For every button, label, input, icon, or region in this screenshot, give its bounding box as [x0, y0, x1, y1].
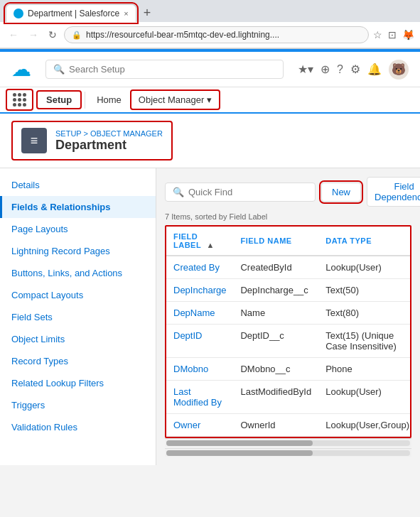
field-name-cell: DeptID__c: [233, 325, 318, 358]
app-launcher-button[interactable]: [6, 89, 33, 111]
active-tab[interactable]: Department | Salesforce ×: [6, 4, 136, 22]
field-label-cell[interactable]: DMobno: [166, 358, 233, 381]
search-icon: 🔍: [53, 64, 65, 75]
tab-close-button[interactable]: ×: [124, 9, 128, 18]
field-label-cell[interactable]: Last Modified By: [166, 381, 233, 414]
field-name-cell: DepIncharge__c: [233, 279, 318, 302]
field-name-cell: LastModifiedById: [233, 381, 318, 414]
field-name-cell: Name: [233, 302, 318, 325]
nav-divider: [85, 92, 85, 109]
data-type-cell: Lookup(User): [318, 381, 411, 414]
col-data-type[interactable]: DATA TYPE: [318, 227, 411, 256]
sidebar-item-buttons-links-actions[interactable]: Buttons, Links, and Actions: [0, 262, 156, 284]
col-field-name[interactable]: FIELD NAME: [233, 227, 318, 256]
sidebar: Details Fields & Relationships Page Layo…: [0, 168, 156, 465]
table-row: Owner OwnerId Lookup(User,Group): [166, 414, 411, 437]
breadcrumb-setup: SETUP: [55, 129, 81, 138]
data-type-cell: Text(80): [318, 302, 411, 325]
extension-icon[interactable]: 🦊: [402, 29, 414, 40]
bell-icon[interactable]: 🔔: [367, 62, 382, 76]
quick-find-input[interactable]: [188, 187, 308, 197]
quick-find-icon: 🔍: [173, 187, 184, 197]
field-label-cell[interactable]: DepName: [166, 302, 233, 325]
sidebar-item-fields-relationships[interactable]: Fields & Relationships: [0, 196, 156, 218]
quick-find-container: 🔍: [165, 183, 316, 202]
main-content: 🔍 New Field Dependencies 7 Items, sorted…: [156, 168, 420, 465]
object-manager-nav-item[interactable]: Object Manager ▾: [130, 89, 221, 110]
forward-button[interactable]: →: [26, 28, 41, 42]
object-manager-label: Object Manager: [139, 94, 205, 105]
new-button[interactable]: New: [321, 183, 361, 202]
field-label-cell[interactable]: DepIncharge: [166, 279, 233, 302]
col-field-label[interactable]: FIELD LABEL ▲: [166, 227, 233, 256]
layers-icon: ≡: [31, 134, 38, 148]
sidebar-item-record-types[interactable]: Record Types: [0, 350, 156, 372]
browser-toolbar-icons: ☆ ⊡ 🦊: [373, 29, 414, 40]
sf-header-icons: ★▾ ⊕ ? ⚙ 🔔 🐻: [298, 60, 409, 80]
address-text: https://resourceful-bear-m5mtqc-dev-ed.l…: [86, 30, 279, 40]
lock-icon: 🔒: [72, 31, 82, 40]
home-nav-item[interactable]: Home: [88, 87, 130, 112]
breadcrumb-sep: >: [84, 129, 90, 138]
sort-info: 7 Items, sorted by Field Label: [165, 212, 411, 221]
sidebar-item-compact-layouts[interactable]: Compact Layouts: [0, 284, 156, 306]
field-name-cell: CreatedById: [233, 256, 318, 279]
add-icon[interactable]: ⊕: [321, 62, 330, 76]
data-type-cell: Text(15) (Unique Case Insensitive): [318, 325, 411, 358]
sidebar-item-lightning-record-pages[interactable]: Lightning Record Pages: [0, 240, 156, 262]
star-toolbar-icon[interactable]: ★▾: [298, 62, 313, 76]
field-label-cell[interactable]: DeptID: [166, 325, 233, 358]
field-dependencies-button[interactable]: Field Dependencies: [367, 177, 420, 207]
data-type-cell: Lookup(User): [318, 256, 411, 279]
search-input[interactable]: [69, 64, 276, 75]
sf-header: ☁ 🔍 ★▾ ⊕ ? ⚙ 🔔 🐻: [0, 52, 420, 87]
table-row: DepName Name Text(80): [166, 302, 411, 325]
sf-search-container: 🔍: [45, 60, 284, 79]
address-bar[interactable]: 🔒 https://resourceful-bear-m5mtqc-dev-ed…: [64, 26, 369, 43]
page-header: ≡ SETUP > OBJECT MANAGER Department: [11, 121, 173, 160]
table-row: DeptID DeptID__c Text(15) (Unique Case I…: [166, 325, 411, 358]
sidebar-item-field-sets[interactable]: Field Sets: [0, 306, 156, 328]
field-name-cell: OwnerId: [233, 414, 318, 437]
fields-table-wrapper: FIELD LABEL ▲ FIELD NAME DATA TYPE Creat…: [165, 225, 411, 438]
toolbar: 🔍 New Field Dependencies: [165, 177, 411, 207]
table-header-row: FIELD LABEL ▲ FIELD NAME DATA TYPE: [166, 227, 411, 256]
scrollbar-thumb: [166, 440, 313, 446]
back-button[interactable]: ←: [6, 28, 21, 42]
reload-button[interactable]: ↻: [45, 28, 60, 42]
new-tab-button[interactable]: +: [139, 4, 156, 22]
help-icon[interactable]: ?: [337, 63, 343, 76]
object-icon: ≡: [21, 128, 47, 153]
bookmark-icon[interactable]: ⊡: [388, 29, 397, 40]
sidebar-item-validation-rules[interactable]: Validation Rules: [0, 416, 156, 438]
data-type-cell: Lookup(User,Group): [318, 414, 411, 437]
content-area: Details Fields & Relationships Page Layo…: [0, 168, 420, 465]
grid-icon: [13, 93, 26, 107]
sidebar-item-related-lookup-filters[interactable]: Related Lookup Filters: [0, 372, 156, 394]
field-name-cell: DMobno__c: [233, 358, 318, 381]
scrollbar-track-2: [166, 450, 410, 456]
data-type-cell: Phone: [318, 358, 411, 381]
sidebar-item-object-limits[interactable]: Object Limits: [0, 328, 156, 350]
sidebar-item-triggers[interactable]: Triggers: [0, 394, 156, 416]
horizontal-scrollbar-2[interactable]: [165, 448, 411, 457]
setup-nav-button[interactable]: Setup: [36, 90, 82, 109]
sidebar-item-details[interactable]: Details: [0, 174, 156, 196]
table-row: DepIncharge DepIncharge__c Text(50): [166, 279, 411, 302]
scrollbar-thumb-2: [166, 450, 313, 456]
sidebar-item-page-layouts[interactable]: Page Layouts: [0, 218, 156, 240]
avatar[interactable]: 🐻: [389, 60, 409, 80]
star-icon[interactable]: ☆: [373, 29, 382, 40]
field-label-cell[interactable]: Owner: [166, 414, 233, 437]
breadcrumb-om: OBJECT MANAGER: [90, 129, 163, 138]
tab-favicon: [14, 9, 23, 18]
table-row: DMobno DMobno__c Phone: [166, 358, 411, 381]
table-row: Last Modified By LastModifiedById Lookup…: [166, 381, 411, 414]
sort-arrow-icon: ▲: [207, 241, 215, 249]
table-row: Created By CreatedById Lookup(User): [166, 256, 411, 279]
scrollbar-track: [166, 440, 410, 446]
data-type-cell: Text(50): [318, 279, 411, 302]
settings-icon[interactable]: ⚙: [350, 62, 360, 76]
field-label-cell[interactable]: Created By: [166, 256, 233, 279]
horizontal-scrollbar[interactable]: [165, 438, 411, 447]
